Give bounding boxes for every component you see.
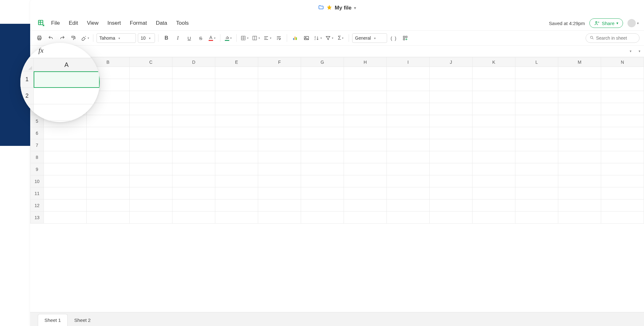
cell[interactable]: [515, 212, 558, 224]
cell[interactable]: [344, 163, 387, 175]
cell[interactable]: [344, 212, 387, 224]
cell[interactable]: [344, 199, 387, 212]
row-header[interactable]: 9: [30, 163, 44, 175]
cell[interactable]: [558, 115, 601, 127]
cell[interactable]: [130, 163, 172, 175]
cell[interactable]: [258, 175, 301, 187]
cell[interactable]: [473, 103, 515, 115]
cell[interactable]: [558, 67, 601, 79]
cell[interactable]: [344, 127, 387, 139]
cell-a1[interactable]: [34, 71, 100, 88]
format-painter-icon[interactable]: [69, 33, 78, 43]
cell[interactable]: [430, 67, 473, 79]
cell[interactable]: [87, 187, 130, 199]
cell[interactable]: [258, 187, 301, 199]
menu-insert[interactable]: Insert: [107, 20, 121, 26]
cell[interactable]: [258, 115, 301, 127]
column-header[interactable]: L: [515, 57, 558, 67]
cell[interactable]: [387, 115, 430, 127]
cell[interactable]: [172, 163, 215, 175]
cell[interactable]: [87, 163, 130, 175]
cell[interactable]: [172, 115, 215, 127]
cell[interactable]: [87, 127, 130, 139]
cell[interactable]: [601, 175, 644, 187]
formula-input[interactable]: [57, 46, 626, 57]
cell[interactable]: [601, 91, 644, 103]
cell[interactable]: [172, 139, 215, 151]
cell[interactable]: [430, 175, 473, 187]
wrap-text-icon[interactable]: [274, 33, 284, 43]
spreadsheet-grid[interactable]: ABCDEFGHIJKLMN12345678910111213: [30, 57, 644, 312]
column-header-a[interactable]: A: [34, 58, 100, 71]
row-header[interactable]: 12: [30, 199, 44, 212]
cell[interactable]: [430, 127, 473, 139]
cell[interactable]: [215, 67, 258, 79]
cell[interactable]: [558, 103, 601, 115]
cell[interactable]: [344, 175, 387, 187]
formula-bar-chevron-icon[interactable]: ▾: [635, 49, 644, 53]
column-header[interactable]: J: [430, 57, 473, 67]
chevron-down-icon[interactable]: ▾: [637, 21, 639, 25]
cell[interactable]: [172, 79, 215, 91]
cell[interactable]: [130, 199, 172, 212]
cell[interactable]: [301, 212, 344, 224]
menu-format[interactable]: Format: [130, 20, 147, 26]
undo-icon[interactable]: [46, 33, 56, 43]
image-icon[interactable]: [302, 33, 311, 43]
cell[interactable]: [473, 67, 515, 79]
cell[interactable]: [430, 163, 473, 175]
cell[interactable]: [430, 103, 473, 115]
cell[interactable]: [130, 67, 172, 79]
cell[interactable]: [130, 139, 172, 151]
cell[interactable]: [301, 115, 344, 127]
underline-icon[interactable]: U: [184, 33, 194, 43]
column-header[interactable]: H: [344, 57, 387, 67]
cell[interactable]: [301, 103, 344, 115]
cell[interactable]: [172, 91, 215, 103]
cell[interactable]: [301, 139, 344, 151]
cell[interactable]: [130, 103, 172, 115]
autosum-icon[interactable]: Σ: [336, 33, 345, 43]
font-size-select[interactable]: 10▾: [138, 33, 155, 43]
cell[interactable]: [558, 127, 601, 139]
cell[interactable]: [44, 187, 87, 199]
cell[interactable]: [215, 79, 258, 91]
cell[interactable]: [387, 139, 430, 151]
cell[interactable]: [130, 79, 172, 91]
cell[interactable]: [258, 127, 301, 139]
cell[interactable]: [215, 139, 258, 151]
cell[interactable]: [430, 212, 473, 224]
add-widget-icon[interactable]: [400, 33, 410, 43]
redo-icon[interactable]: [57, 33, 67, 43]
cell[interactable]: [172, 175, 215, 187]
cell[interactable]: [473, 199, 515, 212]
formula-parentheses-icon[interactable]: ( ): [389, 33, 399, 43]
cell-a2[interactable]: [34, 88, 100, 104]
cell[interactable]: [301, 199, 344, 212]
search-input[interactable]: [596, 36, 635, 41]
menu-view[interactable]: View: [87, 20, 99, 26]
fill-color-icon[interactable]: [224, 33, 233, 43]
row-header[interactable]: 7: [30, 139, 44, 151]
sort-icon[interactable]: AZ: [313, 33, 323, 43]
cell[interactable]: [515, 67, 558, 79]
cell[interactable]: [601, 115, 644, 127]
italic-icon[interactable]: I: [173, 33, 183, 43]
cell[interactable]: [515, 115, 558, 127]
cell[interactable]: [44, 127, 87, 139]
row-header-1[interactable]: 1: [20, 71, 34, 88]
cell[interactable]: [601, 163, 644, 175]
cell[interactable]: [473, 91, 515, 103]
cell[interactable]: [301, 187, 344, 199]
cell[interactable]: [473, 127, 515, 139]
cell[interactable]: [87, 212, 130, 224]
cell[interactable]: [215, 127, 258, 139]
cell[interactable]: [344, 115, 387, 127]
column-header[interactable]: C: [130, 57, 172, 67]
cell[interactable]: [473, 115, 515, 127]
cell[interactable]: [601, 103, 644, 115]
cell[interactable]: [515, 187, 558, 199]
cell[interactable]: [130, 115, 172, 127]
clear-format-icon[interactable]: [80, 33, 90, 43]
row-header[interactable]: 13: [30, 212, 44, 224]
